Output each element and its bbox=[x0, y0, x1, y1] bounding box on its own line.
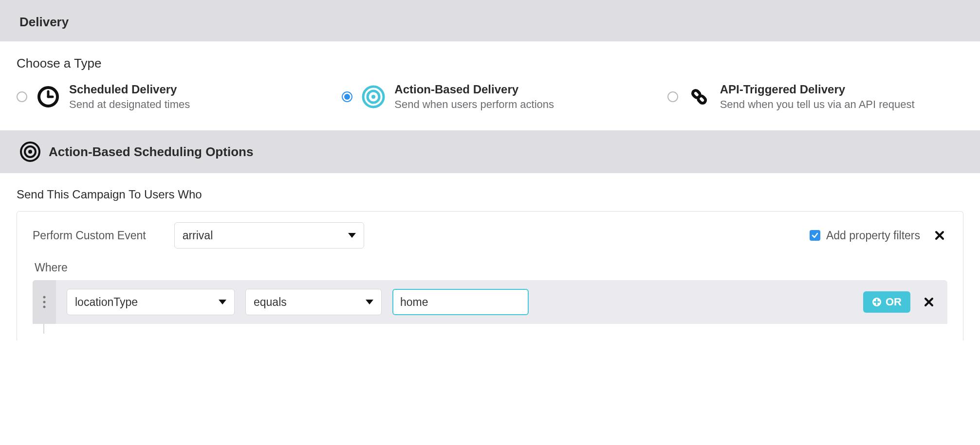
type-option-api[interactable]: API-Triggered Delivery Send when you tel… bbox=[667, 83, 963, 111]
caret-down-icon bbox=[348, 233, 356, 238]
svg-point-14 bbox=[43, 296, 46, 299]
drag-handle-icon bbox=[42, 295, 46, 309]
type-action-title: Action-Based Delivery bbox=[394, 83, 554, 96]
property-select[interactable]: locationType bbox=[67, 289, 235, 315]
clock-icon bbox=[36, 85, 60, 109]
delivery-title: Delivery bbox=[19, 15, 69, 30]
type-action-sub: Send when users perform actions bbox=[394, 98, 554, 111]
type-api-sub: Send when you tell us via an API request bbox=[720, 98, 915, 111]
type-option-action[interactable]: Action-Based Delivery Send when users pe… bbox=[342, 83, 638, 111]
delivery-header: Delivery bbox=[0, 0, 980, 41]
type-option-scheduled[interactable]: Scheduled Delivery Send at designated ti… bbox=[17, 83, 313, 111]
remove-filter-button[interactable] bbox=[921, 295, 937, 309]
filter-connector bbox=[43, 324, 44, 334]
target-accent-icon bbox=[361, 85, 386, 109]
choose-type-section: Choose a Type Scheduled Delivery Send at… bbox=[0, 41, 980, 130]
send-campaign-section: Send This Campaign To Users Who Perform … bbox=[0, 173, 980, 340]
svg-rect-7 bbox=[697, 95, 706, 105]
remove-trigger-button[interactable] bbox=[932, 229, 947, 242]
trigger-box: Perform Custom Event arrival Add propert… bbox=[17, 211, 963, 340]
caret-down-icon bbox=[366, 300, 373, 304]
svg-point-10 bbox=[28, 150, 32, 154]
scheduling-title: Action-Based Scheduling Options bbox=[49, 144, 253, 160]
perform-label: Perform Custom Event bbox=[33, 229, 146, 242]
link-icon bbox=[687, 85, 711, 109]
event-select-value: arrival bbox=[183, 229, 213, 242]
choose-type-title: Choose a Type bbox=[17, 56, 963, 71]
type-scheduled-sub: Send at designated times bbox=[69, 98, 190, 111]
value-input[interactable] bbox=[392, 289, 529, 315]
target-icon bbox=[19, 141, 41, 162]
plus-circle-icon bbox=[872, 297, 882, 307]
radio-api[interactable] bbox=[667, 91, 678, 102]
checkbox-checked-icon bbox=[810, 230, 820, 241]
scheduling-header: Action-Based Scheduling Options bbox=[0, 130, 980, 173]
svg-point-5 bbox=[371, 95, 375, 99]
property-select-value: locationType bbox=[75, 296, 138, 309]
svg-marker-11 bbox=[348, 233, 356, 238]
event-select[interactable]: arrival bbox=[174, 222, 364, 249]
radio-scheduled[interactable] bbox=[17, 91, 27, 102]
or-button[interactable]: OR bbox=[863, 291, 910, 313]
svg-point-15 bbox=[43, 301, 46, 303]
radio-action[interactable] bbox=[342, 91, 352, 102]
filter-row: locationType equals bbox=[33, 280, 947, 324]
or-label: OR bbox=[886, 296, 902, 308]
where-label: Where bbox=[35, 261, 947, 274]
add-filters-label: Add property filters bbox=[826, 229, 920, 242]
svg-marker-17 bbox=[219, 300, 226, 304]
svg-point-16 bbox=[43, 306, 46, 308]
type-scheduled-title: Scheduled Delivery bbox=[69, 83, 190, 96]
perform-row: Perform Custom Event arrival Add propert… bbox=[33, 222, 947, 249]
drag-handle[interactable] bbox=[33, 280, 56, 324]
svg-marker-18 bbox=[366, 300, 373, 304]
add-property-filters-checkbox[interactable]: Add property filters bbox=[810, 229, 920, 242]
send-to-title: Send This Campaign To Users Who bbox=[17, 188, 963, 201]
caret-down-icon bbox=[219, 300, 226, 304]
operator-select[interactable]: equals bbox=[245, 289, 382, 315]
delivery-type-options: Scheduled Delivery Send at designated ti… bbox=[17, 83, 963, 111]
type-api-title: API-Triggered Delivery bbox=[720, 83, 915, 96]
operator-select-value: equals bbox=[254, 296, 287, 309]
